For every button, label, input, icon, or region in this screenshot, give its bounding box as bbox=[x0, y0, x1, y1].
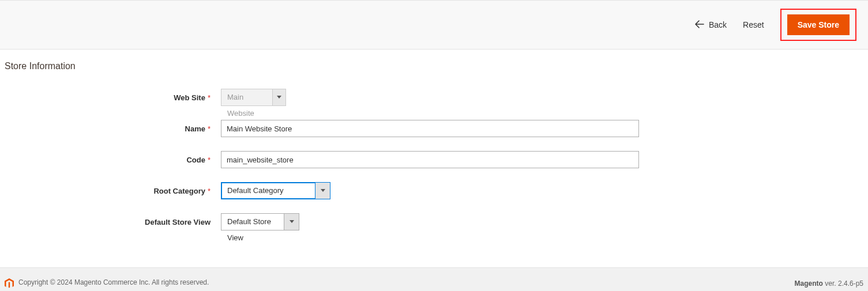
website-value: Main Website bbox=[221, 89, 272, 105]
copyright-text: Copyright © 2024 Magento Commerce Inc. A… bbox=[18, 278, 209, 286]
website-select: Main Website bbox=[221, 89, 286, 106]
action-bar: Back Reset Save Store bbox=[0, 0, 868, 50]
required-marker: * bbox=[208, 93, 211, 102]
label-default-store-view: Default Store View bbox=[5, 218, 221, 226]
name-input[interactable] bbox=[221, 120, 639, 137]
footer-right: Magento ver. 2.4.6-p5 Privacy Policy|Rep… bbox=[765, 278, 863, 291]
arrow-left-icon bbox=[695, 20, 704, 30]
default-store-view-select[interactable]: Default Store View bbox=[221, 213, 299, 230]
section-title: Store Information bbox=[5, 61, 863, 71]
row-name: Name* bbox=[5, 120, 863, 137]
root-category-value: Default Category bbox=[221, 183, 315, 199]
version-text: ver. 2.4.6-p5 bbox=[823, 279, 863, 288]
page-footer: Copyright © 2024 Magento Commerce Inc. A… bbox=[0, 267, 868, 291]
row-code: Code* bbox=[5, 151, 863, 168]
required-marker: * bbox=[208, 187, 211, 195]
footer-left: Copyright © 2024 Magento Commerce Inc. A… bbox=[5, 278, 209, 291]
label-name: Name* bbox=[5, 124, 221, 133]
root-category-select[interactable]: Default Category bbox=[221, 182, 330, 199]
code-input[interactable] bbox=[221, 151, 639, 168]
chevron-down-icon[interactable] bbox=[315, 183, 330, 199]
row-default-store-view: Default Store View Default Store View bbox=[5, 213, 863, 230]
default-store-view-value: Default Store View bbox=[221, 214, 284, 230]
label-website: Web Site* bbox=[5, 93, 221, 102]
row-root-category: Root Category* Default Category bbox=[5, 182, 863, 199]
save-store-button[interactable]: Save Store bbox=[787, 14, 850, 35]
required-marker: * bbox=[208, 124, 211, 133]
row-website: Web Site* Main Website bbox=[5, 89, 863, 106]
chevron-down-icon[interactable] bbox=[284, 214, 299, 230]
product-name: Magento bbox=[795, 279, 823, 288]
back-button[interactable]: Back bbox=[695, 20, 727, 30]
label-code: Code* bbox=[5, 156, 221, 164]
back-label: Back bbox=[709, 20, 727, 29]
chevron-down-icon bbox=[272, 89, 285, 105]
label-root-category: Root Category* bbox=[5, 187, 221, 195]
reset-button[interactable]: Reset bbox=[743, 20, 764, 29]
required-marker: * bbox=[208, 156, 211, 164]
save-highlight: Save Store bbox=[780, 9, 856, 41]
form-content: Store Information Web Site* Main Website… bbox=[0, 50, 868, 267]
magento-logo-icon bbox=[5, 278, 14, 289]
